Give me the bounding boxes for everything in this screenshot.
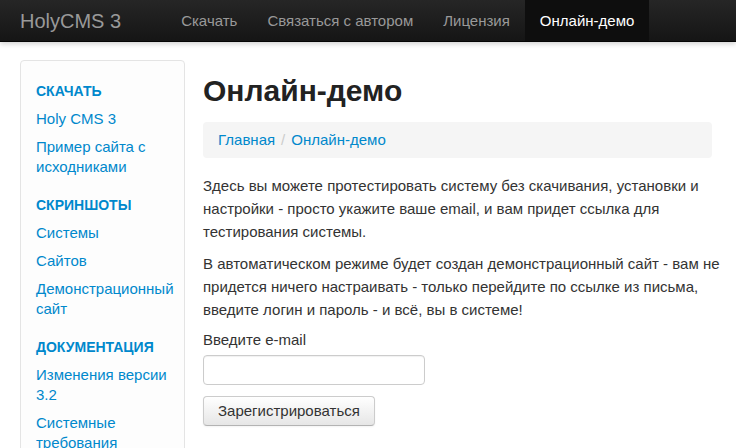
auto-mode-paragraph: В автоматическом режиме будет создан дем… bbox=[203, 252, 736, 321]
sidebar-header-documentation: ДОКУМЕНТАЦИЯ bbox=[36, 337, 169, 357]
breadcrumb-separator: / bbox=[275, 131, 291, 148]
breadcrumb-home[interactable]: Главная bbox=[218, 131, 275, 148]
breadcrumb: Главная/Онлайн-демо bbox=[203, 122, 712, 158]
intro-paragraph: Здесь вы можете протестировать систему б… bbox=[203, 174, 736, 243]
sidebar-item-screenshots-sites[interactable]: Сайтов bbox=[36, 251, 169, 271]
sidebar: СКАЧАТЬ Holy CMS 3 Пример сайта с исходн… bbox=[20, 60, 185, 448]
nav-item-download[interactable]: Скачать bbox=[166, 0, 252, 41]
page-title: Онлайн-демо bbox=[203, 73, 736, 109]
sidebar-item-system-requirements[interactable]: Системные требования bbox=[36, 413, 169, 448]
brand-logo[interactable]: HolyCMS 3 bbox=[0, 0, 141, 41]
sidebar-item-screenshots-system[interactable]: Системы bbox=[36, 223, 169, 243]
main-nav: Скачать Связаться с автором Лицензия Онл… bbox=[166, 0, 649, 41]
sidebar-item-changelog-3-2[interactable]: Изменения версии 3.2 bbox=[36, 365, 169, 405]
register-button[interactable]: Зарегистрироваться bbox=[203, 396, 375, 426]
sidebar-item-demo-site[interactable]: Демонстрационный сайт bbox=[36, 279, 169, 319]
nav-item-contact-author[interactable]: Связаться с автором bbox=[252, 0, 428, 41]
email-field[interactable] bbox=[203, 355, 425, 385]
email-label: Введите e-mail bbox=[203, 330, 736, 350]
nav-item-online-demo[interactable]: Онлайн-демо bbox=[525, 0, 649, 41]
breadcrumb-current[interactable]: Онлайн-демо bbox=[291, 131, 385, 148]
sidebar-item-holy-cms-3[interactable]: Holy CMS 3 bbox=[36, 109, 169, 129]
demo-registration-form: Введите e-mail Зарегистрироваться bbox=[203, 330, 736, 426]
top-navbar: HolyCMS 3 Скачать Связаться с автором Ли… bbox=[0, 0, 736, 42]
main-content: Онлайн-демо Главная/Онлайн-демо Здесь вы… bbox=[203, 42, 736, 426]
nav-item-license[interactable]: Лицензия bbox=[428, 0, 525, 41]
sidebar-header-screenshots: СКРИНШОТЫ bbox=[36, 195, 169, 215]
sidebar-item-example-site-sources[interactable]: Пример сайта с исходниками bbox=[36, 137, 169, 177]
sidebar-header-download: СКАЧАТЬ bbox=[36, 81, 169, 101]
